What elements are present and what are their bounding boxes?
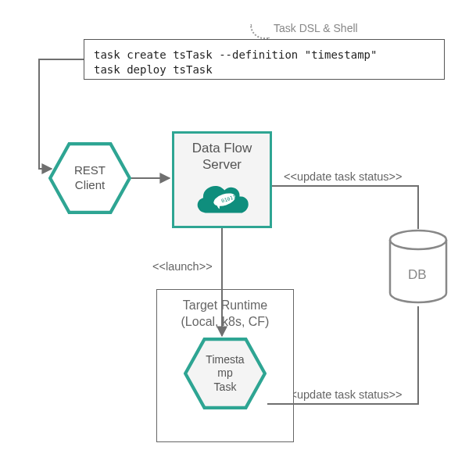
rest-client-label: REST Client (68, 163, 112, 193)
code-line-2: task deploy tsTask (94, 63, 435, 77)
db-label: DB (408, 267, 427, 283)
edge-label-update-1: <<update task status>> (284, 170, 403, 183)
timestamp-task-hexagon: Timesta mp Task (184, 338, 267, 409)
runtime-title: Target Runtime (Local, k8s, CF) (181, 298, 270, 331)
server-title: Data Flow Server (192, 140, 252, 173)
code-box: task create tsTask --definition "timesta… (84, 39, 445, 80)
code-line-1: task create tsTask --definition "timesta… (94, 48, 435, 63)
edge-label-update-2: <<update task status>> (284, 388, 403, 401)
cloud-icon: 01011 (191, 177, 253, 223)
dataflow-diagram: Task DSL & Shell task create tsTask --de… (0, 0, 476, 461)
connector-server-to-db (272, 186, 418, 229)
spring-cloud-logo: 01011 (191, 177, 253, 223)
rest-client-hexagon: REST Client (48, 142, 131, 214)
annotation-connector (250, 24, 270, 39)
annotation-label: Task DSL & Shell (274, 22, 358, 34)
edge-label-launch: <<launch>> (152, 260, 213, 273)
task-label: Timesta mp Task (199, 353, 250, 395)
dataflow-server-box: Data Flow Server 01011 (172, 131, 272, 228)
